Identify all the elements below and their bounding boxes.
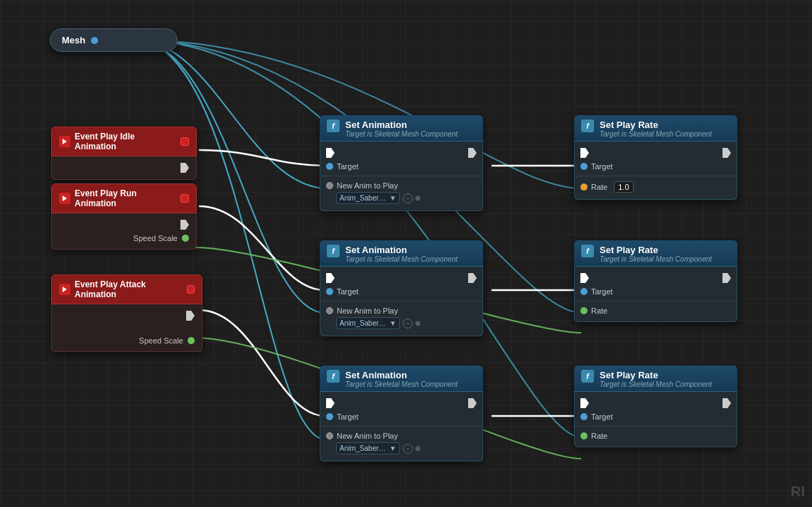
exec-in-pin[interactable] — [580, 273, 589, 283]
remove-anim-btn[interactable]: − — [403, 319, 413, 329]
set-anim-3-title: Set Animation — [345, 370, 458, 380]
target-label: Target — [337, 287, 359, 296]
search-anim-btn[interactable]: ⊕ — [415, 319, 421, 327]
set-playrate-node-2: f Set Play Rate Target is Skeletal Mesh … — [574, 240, 737, 322]
target-in-pin[interactable] — [580, 413, 588, 420]
set-anim-2-subtitle: Target is Skeletal Mesh Component — [345, 255, 458, 263]
anim-value: Anim_Saber_Fi... — [340, 194, 388, 202]
exec-out-pin[interactable] — [722, 398, 731, 408]
event-icon — [59, 284, 70, 295]
speed-scale-pin[interactable] — [188, 337, 195, 344]
set-anim-3-subtitle: Target is Skeletal Mesh Component — [345, 380, 458, 388]
event-icon — [59, 136, 70, 147]
exec-in-pin[interactable] — [326, 398, 335, 408]
speed-scale-pin[interactable] — [182, 235, 189, 242]
event-close-btn[interactable] — [180, 194, 189, 203]
exec-out-pin[interactable] — [468, 148, 477, 158]
search-anim-btn[interactable]: ⊕ — [415, 444, 421, 452]
new-anim-label: New Anim to Play — [337, 181, 398, 190]
event-idle-node: Event Play Idle Animation — [51, 127, 197, 180]
exec-in-pin[interactable] — [580, 148, 589, 158]
target-in-pin[interactable] — [580, 288, 588, 295]
event-run-title: Event Play Run Animation — [75, 188, 176, 208]
anim-dropdown[interactable]: Anim_Saber_Fi... ▼ — [336, 192, 400, 204]
rate-in-pin[interactable] — [580, 432, 588, 439]
event-idle-title: Event Play Idle Animation — [75, 132, 176, 151]
target-label: Target — [591, 162, 613, 171]
watermark: RI — [791, 484, 805, 500]
speed-scale-label: Speed Scale — [134, 234, 178, 242]
remove-anim-btn[interactable]: − — [403, 444, 413, 454]
exec-out-pin[interactable] — [186, 311, 195, 321]
set-rate-3-subtitle: Target is Skeletal Mesh Component — [600, 380, 712, 388]
event-run-node: Event Play Run Animation Speed Scale — [51, 183, 197, 250]
event-icon — [59, 193, 70, 204]
func-icon: f — [581, 119, 594, 132]
exec-out-pin[interactable] — [180, 163, 189, 173]
rate-in-pin[interactable] — [580, 183, 588, 191]
set-playrate-node-3: f Set Play Rate Target is Skeletal Mesh … — [574, 365, 737, 447]
exec-in-pin[interactable] — [326, 273, 335, 283]
anim-eye-pin[interactable] — [326, 182, 333, 189]
set-rate-2-subtitle: Target is Skeletal Mesh Component — [600, 255, 712, 263]
func-icon: f — [581, 370, 594, 383]
func-icon: f — [327, 370, 340, 383]
target-in-pin[interactable] — [326, 413, 333, 420]
set-anim-1-title: Set Animation — [345, 119, 458, 130]
anim-eye-pin[interactable] — [326, 307, 333, 314]
exec-out-pin[interactable] — [180, 220, 189, 230]
set-animation-node-1: f Set Animation Target is Skeletal Mesh … — [320, 115, 483, 211]
anim-value: Anim_Saber_Ru... — [340, 319, 388, 327]
remove-anim-btn[interactable]: − — [403, 193, 413, 203]
exec-out-pin[interactable] — [468, 273, 477, 283]
anim-eye-pin[interactable] — [326, 432, 333, 439]
set-anim-1-subtitle: Target is Skeletal Mesh Component — [345, 130, 458, 138]
target-label: Target — [337, 412, 359, 421]
anim-dropdown[interactable]: Anim_Saber_Ru... ▼ — [336, 317, 400, 329]
set-rate-3-title: Set Play Rate — [600, 370, 712, 380]
set-rate-2-title: Set Play Rate — [600, 245, 712, 255]
new-anim-label: New Anim to Play — [337, 432, 398, 440]
rate-label: Rate — [591, 183, 607, 191]
rate-value: 1.0 — [614, 181, 633, 193]
event-attack-node: Event Play Attack Animation Speed Scale — [51, 274, 202, 352]
func-icon: f — [581, 245, 594, 257]
rate-label: Rate — [591, 432, 607, 440]
exec-out-pin[interactable] — [468, 398, 477, 408]
target-in-pin[interactable] — [326, 163, 333, 170]
set-rate-1-subtitle: Target is Skeletal Mesh Component — [600, 130, 712, 138]
mesh-node-label: Mesh — [62, 35, 85, 46]
exec-out-pin[interactable] — [722, 273, 731, 283]
target-label: Target — [591, 287, 613, 296]
func-icon: f — [327, 119, 340, 132]
event-attack-title: Event Play Attack Animation — [75, 279, 183, 299]
rate-label: Rate — [591, 306, 607, 315]
exec-in-pin[interactable] — [326, 148, 335, 158]
target-in-pin[interactable] — [326, 288, 333, 295]
exec-out-pin[interactable] — [722, 148, 731, 158]
event-close-btn[interactable] — [187, 285, 195, 294]
func-icon: f — [327, 245, 340, 257]
mesh-output-pin[interactable] — [91, 37, 98, 44]
target-label: Target — [337, 162, 359, 171]
target-label: Target — [591, 412, 613, 421]
speed-scale-label: Speed Scale — [139, 336, 183, 345]
anim-value: Anim_Saber_at... — [340, 444, 388, 452]
set-animation-node-3: f Set Animation Target is Skeletal Mesh … — [320, 365, 483, 461]
set-anim-2-title: Set Animation — [345, 245, 458, 255]
set-animation-node-2: f Set Animation Target is Skeletal Mesh … — [320, 240, 483, 336]
target-in-pin[interactable] — [580, 163, 588, 170]
set-playrate-node-1: f Set Play Rate Target is Skeletal Mesh … — [574, 115, 737, 200]
anim-dropdown[interactable]: Anim_Saber_at... ▼ — [336, 442, 400, 454]
mesh-node: Mesh — [50, 28, 178, 52]
event-close-btn[interactable] — [180, 137, 189, 146]
exec-in-pin[interactable] — [580, 398, 589, 408]
rate-in-pin[interactable] — [580, 307, 588, 314]
search-anim-btn[interactable]: ⊕ — [415, 194, 421, 202]
new-anim-label: New Anim to Play — [337, 306, 398, 315]
set-rate-1-title: Set Play Rate — [600, 119, 712, 130]
